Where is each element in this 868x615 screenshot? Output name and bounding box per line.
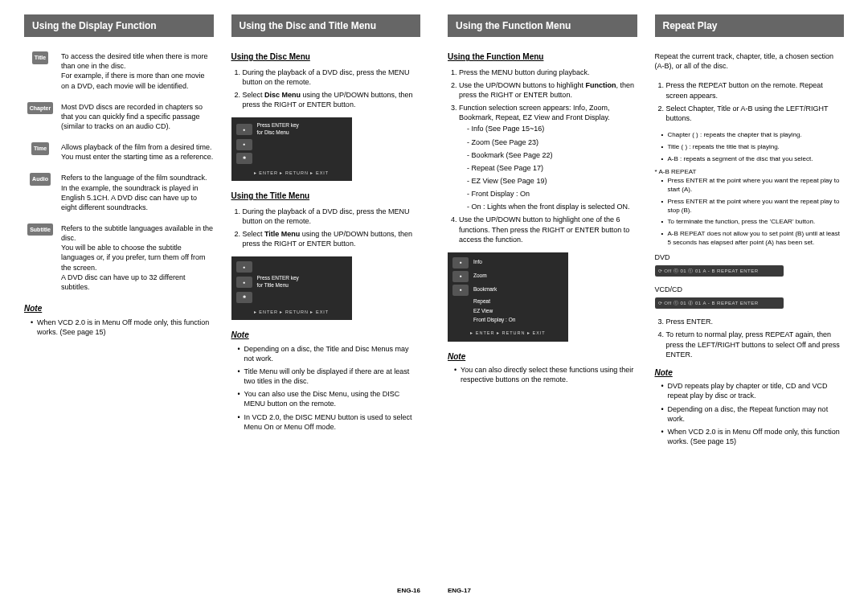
definition-text: Refers to the language of the film sound… (61, 173, 214, 212)
definition-text: To access the desired title when there i… (61, 51, 214, 91)
function-steps: Press the MENU button during playback.Us… (448, 68, 637, 244)
disc-menu-steps: During the playback of a DVD disc, press… (231, 68, 421, 110)
osd-row: ●Zoom (452, 271, 563, 282)
definition-row: ChapterMost DVD discs are recorded in ch… (24, 102, 214, 131)
list-item: Title ( ) : repeats the title that is pl… (661, 143, 845, 152)
note-list: You can also directly select these funct… (448, 365, 637, 384)
list-item: During the playback of a DVD disc, press… (243, 207, 421, 226)
ab-repeat-heading: * A-B REPEAT (655, 168, 845, 177)
definition-row: AudioRefers to the language of the film … (24, 173, 214, 212)
osd-footer: ▸ ENTER ▸ RETURN ▸ EXIT (236, 170, 347, 176)
list-item: Front Display : On (467, 189, 637, 199)
osd-row: EZ View (452, 308, 563, 315)
title-icon: ● (236, 139, 252, 150)
list-item: To terminate the function, press the 'CL… (661, 218, 845, 227)
chapter-icon: Chapter (24, 102, 56, 114)
definition-text: Allows playback of the film from a desir… (61, 142, 214, 162)
list-item: Zoom (See Page 23) (467, 137, 637, 147)
repeat-intro: Repeat the current track, chapter, title… (655, 51, 845, 71)
title-icon: ● (236, 277, 252, 288)
page-spread: Using the Display Function TitleTo acces… (24, 14, 844, 601)
dvd-label: DVD (655, 252, 845, 262)
osd-title-menu: ● ● Press ENTER keyfor Title Menu ✱ ▸ EN… (231, 256, 352, 320)
repeat-steps-continued: Press ENTER.To return to normal play, pr… (655, 317, 845, 359)
list-item: Press ENTER. (666, 317, 845, 326)
list-item: When VCD 2.0 is in Menu Off mode only, t… (661, 427, 845, 446)
title-menu-steps: During the playback of a DVD disc, press… (231, 207, 421, 249)
section-title-function: Using the Function Menu (448, 14, 637, 37)
right-col1: Using the Function Menu Using the Functi… (448, 14, 637, 601)
list-item: Press ENTER at the point where you want … (661, 198, 845, 215)
osd-row: Repeat (452, 298, 563, 305)
vcd-label: VCD/CD (655, 285, 845, 294)
list-item: To return to normal play, press REPEAT a… (666, 330, 845, 359)
list-item: EZ View (See Page 19) (467, 176, 637, 186)
definition-text: Refers to the subtitle languages availab… (61, 223, 214, 292)
definition-row: TimeAllows playback of the film from a d… (24, 142, 214, 162)
list-item: When VCD 2.0 is in Menu Off mode only, t… (31, 318, 214, 337)
function-menu-heading: Using the Function Menu (448, 51, 637, 63)
list-item: Chapter ( ) : repeats the chapter that i… (661, 131, 845, 140)
note-heading: Note (448, 351, 637, 363)
definition-text: Most DVD discs are recorded in chapters … (61, 102, 214, 131)
section-title-repeat: Repeat Play (655, 14, 845, 37)
osd-row: ●Info (452, 257, 563, 269)
list-item: Title Menu will only be displayed if the… (238, 367, 421, 386)
list-item: Press the MENU button during playback. (459, 68, 637, 77)
left-col1: Using the Display Function TitleTo acces… (24, 14, 214, 601)
right-col2: Repeat Play Repeat the current track, ch… (655, 14, 845, 601)
note-heading: Note (231, 330, 421, 341)
list-item: Press the REPEAT button on the remote. R… (666, 80, 845, 100)
repeat-steps: Press the REPEAT button on the remote. R… (655, 80, 845, 123)
osd-icon: ● (452, 285, 469, 296)
list-item: On : Lights when the front display is se… (467, 202, 637, 211)
list-item: Depending on a disc, the Repeat function… (661, 404, 845, 424)
section-title-disc-menu: Using the Disc and Title Menu (231, 14, 421, 37)
repeat-mode-list: Chapter ( ) : repeats the chapter that i… (655, 131, 845, 163)
disc-icon: ● (236, 124, 252, 135)
function-icon: ✱ (236, 153, 252, 164)
repeat-osd-vcd: ⟳ Off ⓣ 01 ⓓ 01 A - B REPEAT ENTER (655, 297, 784, 309)
title-menu-heading: Using the Title Menu (231, 191, 421, 202)
time-icon: Time (24, 142, 56, 154)
list-item: A-B REPEAT does not allow you to set poi… (661, 230, 845, 248)
title-icon: Title (24, 51, 56, 64)
list-item: Select Title Menu using the UP/DOWN butt… (243, 229, 421, 248)
osd-icon: ● (452, 271, 469, 282)
ab-repeat-list: Press ENTER at the point where you want … (655, 177, 845, 248)
note-list: Depending on a disc, the Title and Disc … (231, 344, 421, 432)
list-item: Select Chapter, Title or A-B using the L… (666, 104, 845, 123)
list-item: Use the UP/DOWN buttons to highlight Fun… (459, 80, 637, 100)
definition-row: SubtitleRefers to the subtitle languages… (24, 223, 214, 292)
definition-row: TitleTo access the desired title when th… (24, 51, 214, 91)
page-right: Using the Function Menu Using the Functi… (448, 14, 844, 601)
list-item: In VCD 2.0, the DISC MENU button is used… (238, 412, 421, 432)
list-item: Depending on a disc, the Title and Disc … (238, 344, 421, 363)
list-item: A-B : repeats a segment of the disc that… (661, 155, 845, 164)
list-item: Info (See Page 15~16) (467, 124, 637, 133)
left-col2: Using the Disc and Title Menu Using the … (231, 14, 421, 601)
page-number: ENG-16 (397, 587, 420, 596)
list-item: Function selection screen appears: Info,… (459, 103, 637, 211)
page-number: ENG-17 (448, 587, 471, 596)
list-item: Select Disc Menu using the UP/DOWN butto… (243, 90, 421, 109)
section-title-display: Using the Display Function (24, 14, 214, 37)
osd-function-menu: ●Info●Zoom●BookmarkRepeatEZ ViewFront Di… (448, 252, 568, 342)
disc-icon: ● (236, 261, 252, 273)
list-item: Bookmark (See Page 22) (467, 150, 637, 160)
list-item: During the playback of a DVD disc, press… (243, 68, 421, 87)
subtitle-icon: Subtitle (24, 223, 56, 236)
page-left: Using the Display Function TitleTo acces… (24, 14, 420, 601)
note-heading: Note (655, 367, 845, 379)
disc-menu-heading: Using the Disc Menu (231, 51, 421, 63)
osd-icon: ● (452, 257, 469, 269)
note-list: When VCD 2.0 is in Menu Off mode only, t… (24, 318, 214, 337)
repeat-osd-dvd: ⟳ Off ⓒ 01 ⓣ 01 A - B REPEAT ENTER (655, 265, 784, 277)
audio-icon: Audio (24, 173, 56, 185)
note-list: DVD repeats play by chapter or title, CD… (655, 381, 845, 446)
list-item: DVD repeats play by chapter or title, CD… (661, 381, 845, 400)
list-item: You can also directly select these funct… (454, 365, 637, 384)
osd-row: ●Bookmark (452, 285, 563, 296)
osd-footer: ▸ ENTER ▸ RETURN ▸ EXIT (236, 310, 347, 315)
osd-row: Front Display : On (452, 317, 563, 324)
